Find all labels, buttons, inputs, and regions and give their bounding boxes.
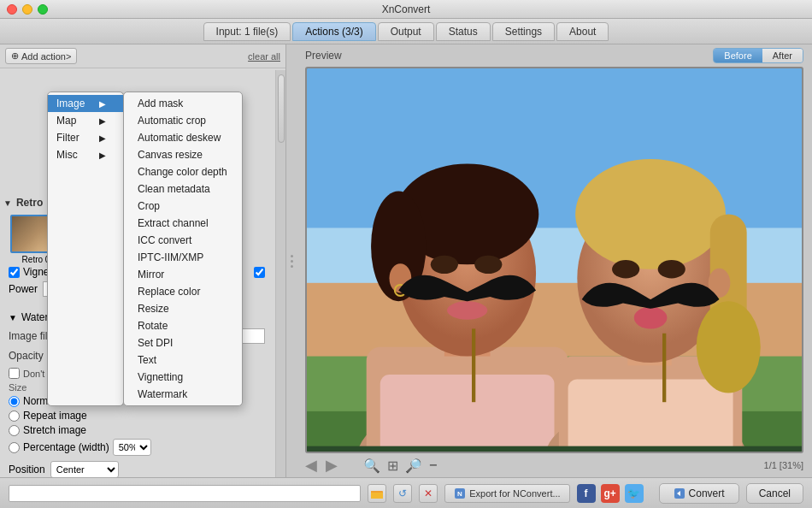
submenu-vignetting[interactable]: Vignetting	[124, 369, 242, 386]
scrollbar-track	[275, 70, 285, 477]
radio-repeat-label: Repeat image	[23, 410, 87, 422]
submenu-set-dpi[interactable]: Set DPI	[124, 334, 242, 351]
close-button[interactable]	[7, 4, 17, 15]
convert-label: Convert	[689, 487, 725, 499]
before-button[interactable]: Before	[714, 49, 762, 62]
window-title: XnConvert	[382, 3, 431, 15]
zoom-in-icon[interactable]: 🔍	[363, 458, 380, 474]
svg-point-28	[658, 260, 685, 278]
cancel-button[interactable]: Cancel	[746, 483, 803, 504]
zoom-fit-icon[interactable]: ⊞	[387, 458, 398, 474]
submenu-mirror[interactable]: Mirror	[124, 266, 242, 283]
svg-text:N: N	[457, 490, 462, 498]
menu-item-map[interactable]: Map ▶	[48, 112, 123, 129]
position-row: Position CenterTop LeftTop Right Bottom …	[9, 461, 265, 477]
export-button[interactable]: N Export for NConvert...	[444, 484, 569, 503]
radio-stretch: Stretch image	[9, 424, 265, 436]
tab-input[interactable]: Input: 1 file(s)	[203, 22, 291, 41]
position-label: Position	[9, 464, 45, 476]
plus-icon: ⊕	[11, 50, 19, 62]
tab-actions[interactable]: Actions (3/3)	[292, 22, 375, 41]
nav-prev-icon[interactable]: ◀	[305, 456, 317, 475]
preview-header: Preview Before After	[297, 44, 812, 67]
convert-button[interactable]: Convert	[659, 483, 739, 504]
submenu-crop[interactable]: Crop	[124, 198, 242, 215]
main-area: ⊕ Add action> clear all Image ▶ Map ▶ Fi…	[0, 44, 812, 477]
scrollbar-thumb[interactable]	[278, 74, 285, 143]
svg-point-29	[634, 307, 668, 329]
vignette-checkbox[interactable]	[9, 267, 20, 278]
after-button[interactable]: After	[762, 49, 803, 62]
panel-divider[interactable]	[286, 44, 297, 477]
folder-icon-button[interactable]	[368, 484, 386, 503]
chevron-right-icon: ▶	[99, 116, 106, 126]
export-label: Export for NConvert...	[469, 488, 560, 499]
svg-rect-20	[568, 379, 733, 452]
nav-next-icon[interactable]: ▶	[326, 456, 338, 475]
svg-point-25	[697, 301, 761, 393]
submenu-resize[interactable]: Resize	[124, 300, 242, 317]
twitter-icon-button[interactable]: 🐦	[625, 484, 644, 503]
menu-item-filter[interactable]: Filter ▶	[48, 129, 123, 146]
zoom-actual-icon[interactable]: −	[429, 458, 437, 474]
svg-point-23	[575, 159, 726, 269]
menu-item-misc[interactable]: Misc ▶	[48, 146, 123, 163]
facebook-icon-button[interactable]: f	[577, 484, 596, 503]
radio-percentage-input[interactable]	[9, 442, 20, 453]
clear-all-button[interactable]: clear all	[248, 51, 280, 62]
refresh-icon-button[interactable]: ↺	[393, 484, 412, 503]
submenu-add-mask[interactable]: Add mask	[124, 95, 242, 112]
submenu-auto-deskew[interactable]: Automatic deskew	[124, 129, 242, 146]
svg-rect-30	[662, 334, 666, 402]
submenu-clean-metadata[interactable]: Clean metadata	[124, 180, 242, 198]
tab-output[interactable]: Output	[378, 22, 434, 41]
submenu-watermark[interactable]: Watermark	[124, 386, 242, 403]
submenu-icc-convert[interactable]: ICC convert	[124, 232, 242, 249]
svg-rect-31	[307, 446, 802, 452]
svg-point-14	[431, 256, 458, 274]
percentage-select[interactable]: 50%25%75%100%	[113, 439, 151, 456]
svg-point-16	[447, 301, 487, 319]
submenu-iptc[interactable]: IPTC-IIM/XMP	[124, 249, 242, 266]
title-bar: XnConvert	[0, 0, 812, 19]
add-action-button[interactable]: ⊕ Add action>	[5, 48, 77, 64]
svg-point-27	[612, 260, 639, 278]
submenu-change-color-depth[interactable]: Change color depth	[124, 163, 242, 180]
position-select[interactable]: CenterTop LeftTop Right Bottom LeftBotto…	[50, 461, 119, 477]
social-icons: f g+ 🐦	[577, 484, 644, 503]
retro-label: Retro	[16, 197, 43, 209]
submenu-extract-channel[interactable]: Extract channel	[124, 215, 242, 232]
tab-settings[interactable]: Settings	[492, 22, 555, 41]
alpha-channel-checkbox[interactable]	[9, 368, 20, 379]
retro-arrow-icon: ▼	[3, 198, 12, 208]
zoom-out-icon[interactable]: 🔎	[405, 458, 422, 474]
tab-status[interactable]: Status	[436, 22, 491, 41]
submenu-auto-crop[interactable]: Automatic crop	[124, 112, 242, 129]
delete-icon-button[interactable]: ✕	[419, 484, 438, 503]
path-input[interactable]	[9, 485, 361, 502]
traffic-lights	[7, 4, 48, 15]
dropdown-menu: Image ▶ Map ▶ Filter ▶ Misc ▶ Add mask	[47, 92, 243, 406]
preview-image-area	[305, 67, 803, 453]
radio-percentage: Percentage (width) 50%25%75%100%	[9, 439, 265, 456]
svg-point-15	[474, 256, 502, 274]
submenu-replace-color[interactable]: Replace color	[124, 283, 242, 300]
radio-repeat-input[interactable]	[9, 411, 20, 422]
submenu-rotate[interactable]: Rotate	[124, 317, 242, 334]
left-panel: ⊕ Add action> clear all Image ▶ Map ▶ Fi…	[0, 44, 286, 477]
maximize-button[interactable]	[38, 4, 48, 15]
tab-about[interactable]: About	[556, 22, 609, 41]
main-menu: Image ▶ Map ▶ Filter ▶ Misc ▶	[47, 92, 124, 406]
submenu-canvas-resize[interactable]: Canvas resize	[124, 146, 242, 163]
googleplus-icon-button[interactable]: g+	[601, 484, 620, 503]
radio-stretch-input[interactable]	[9, 425, 20, 436]
minimize-button[interactable]	[22, 4, 32, 15]
divider-dots	[291, 255, 293, 268]
submenu-text[interactable]: Text	[124, 351, 242, 369]
menu-item-image[interactable]: Image ▶	[48, 95, 123, 112]
export-icon: N	[454, 487, 466, 499]
radio-normal-input[interactable]	[9, 396, 20, 407]
convert-icon	[674, 487, 685, 499]
before-after-toggle: Before After	[713, 48, 803, 63]
vignette-enabled-checkbox[interactable]	[254, 267, 265, 278]
